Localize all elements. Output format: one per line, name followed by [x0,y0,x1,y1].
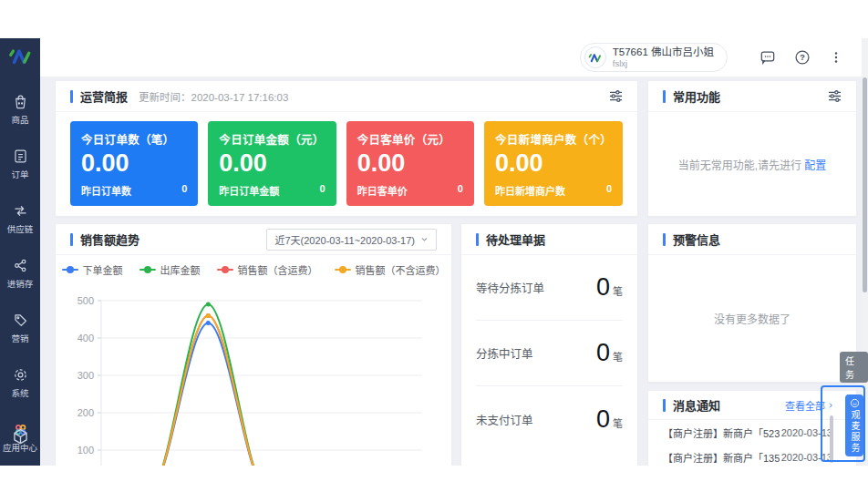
message-notifications-header: 消息通知 查看全部 [648,391,856,420]
sidebar-item-system[interactable]: 系统 [0,355,40,410]
user-menu[interactable]: T57661 佛山市吕小姐 fslxj [580,43,728,72]
pending-row-value: 0 [596,273,610,302]
panel-title: 运营简报 [80,87,128,105]
service-floating-button[interactable]: 观麦服务 [845,394,863,456]
stat-card-title: 今日客单价（元） [357,130,463,148]
page-scrollbar-thumb[interactable] [863,77,867,292]
sidebar-item-products[interactable]: 商品 [0,82,40,137]
legend-item[interactable]: 销售额（不含运费） [335,262,446,277]
message-item[interactable]: 【商户注册】新商户「523607」 ... 2020-03-13 [648,420,856,445]
message-panel-scrollbar-thumb[interactable] [830,415,833,463]
legend-marker [335,266,351,273]
message-date: 2020-03-13 [781,427,832,438]
sidebar-item-label: 订单 [11,168,28,180]
warning-empty-text: 没有更多数据了 [648,255,856,382]
yesterday-value: 0 [606,183,612,198]
sidebar: 商品 订单 供应链 进销存 [0,38,40,466]
marketing-tag-icon [12,312,29,329]
message-icon[interactable] [759,48,777,67]
configure-link[interactable]: 配置 [804,159,826,172]
panel-title: 预警信息 [673,231,720,248]
common-functions-panel: 常用功能 当前无常用功能,请先进行 配置 [647,80,857,217]
message-text: 【商户注册】新商户「13539330... [663,450,780,465]
pending-row-unpaid[interactable]: 未支付订单 0笔 [476,386,623,452]
legend-item[interactable]: 销售额（含运费） [217,262,318,277]
customize-icon[interactable] [828,90,842,102]
svg-text:?: ? [800,53,805,62]
legend-label: 出库金额 [160,262,201,277]
svg-text:500: 500 [78,295,94,306]
stat-card-title: 今日新增商户数（个） [495,130,612,148]
app-window: 商品 订单 供应链 进销存 [0,38,868,466]
yesterday-label: 昨日订单数 [81,183,131,198]
message-text: 【商户注册】新商户「523607」 ... [663,425,780,440]
smiley-icon [850,398,860,408]
task-floating-button[interactable]: 任务 [840,352,868,383]
legend-marker [140,266,156,273]
view-all-link[interactable]: 查看全部 [785,398,842,413]
customize-icon[interactable] [609,90,623,102]
stat-card-today-avg-price: 今日客单价（元） 0.00 昨日客单价0 [346,121,474,206]
yesterday-value: 0 [320,183,326,198]
date-range-select[interactable]: 近7天(2020-03-11~2020-03-17) [266,229,437,251]
yesterday-value: 0 [181,183,187,198]
legend-marker [62,266,78,273]
sidebar-item-package[interactable] [0,407,40,466]
message-notifications-panel: 消息通知 查看全部 【商户注册】新商户「523607」 ... 2020-03-… [647,390,857,466]
pending-row-unit: 笔 [613,349,623,364]
svg-text:100: 100 [78,445,94,456]
sidebar-item-marketing[interactable]: 营销 [0,301,40,355]
stat-card-title: 今日订单金额（元） [219,130,325,148]
sidebar-item-inventory[interactable]: 进销存 [0,246,40,301]
warning-info-header: 预警信息 [648,224,856,255]
bag-icon [12,93,29,110]
svg-text:300: 300 [78,370,94,381]
service-button-label: 观麦服务 [849,410,860,454]
stat-card-today-orders: 今日订单数（笔） 0.00 昨日订单数0 [70,121,198,206]
pending-row-sorting[interactable]: 分拣中订单 0笔 [476,321,623,386]
svg-text:400: 400 [78,333,94,343]
more-icon[interactable] [828,49,844,66]
pending-row-value: 0 [596,339,610,367]
legend-label: 销售额（含运费） [238,262,318,277]
chevron-down-icon [420,235,429,243]
user-handle: fslxj [613,58,714,68]
stat-card-value: 0.00 [357,149,463,178]
yesterday-label: 昨日订单金额 [219,183,279,198]
update-time-label: 更新时间： [139,92,191,103]
stat-card-value: 0.00 [495,149,612,178]
pending-row-unit: 笔 [613,283,623,298]
accent-bar [70,233,73,246]
legend-item[interactable]: 出库金额 [140,262,201,277]
pending-documents-header: 待处理单据 [461,224,637,255]
message-item[interactable]: 【商户注册】新商户「13539330... 2020-03-13 [648,445,856,466]
sidebar-item-label: 进销存 [7,277,34,290]
guanmai-logo[interactable] [0,38,40,75]
chevron-right-icon [827,402,834,409]
operations-brief-panel: 运营简报 更新时间：2020-03-17 17:16:03 今日订单数（笔） 0… [55,80,638,217]
accent-bar [663,399,666,412]
sidebar-item-label: 供应链 [7,222,34,235]
stat-card-today-order-amount: 今日订单金额（元） 0.00 昨日订单金额0 [208,121,336,206]
avatar [584,46,606,68]
sidebar-item-label: 商品 [11,113,28,126]
common-functions-header: 常用功能 [648,81,856,112]
warning-info-panel: 预警信息 没有更多数据了 [647,223,857,383]
pending-row-awaiting-sorting[interactable]: 等待分拣订单 0笔 [476,255,623,321]
sidebar-item-orders[interactable]: 订单 [0,137,40,191]
legend-item[interactable]: 下单金额 [62,262,123,277]
accent-bar [663,90,666,103]
panel-title: 待处理单据 [486,231,545,248]
panel-title: 常用功能 [673,87,720,105]
sales-trend-panel: 销售额趋势 近7天(2020-03-11~2020-03-17) 下单金额出库金… [55,223,452,466]
pending-row-value: 0 [596,405,610,434]
help-icon[interactable]: ? [793,48,811,67]
view-all-label: 查看全部 [785,398,825,413]
yesterday-label: 昨日客单价 [357,183,408,198]
common-empty-text: 当前无常用功能,请先进行 [678,159,801,172]
trend-legend: 下单金额出库金额销售额（含运费）销售额（不含运费） [56,262,451,277]
topbar: T57661 佛山市吕小姐 fslxj ? [40,38,868,77]
user-name: T57661 佛山市吕小姐 [613,46,714,58]
supply-chain-icon [12,202,29,220]
sidebar-item-supply-chain[interactable]: 供应链 [0,191,40,246]
